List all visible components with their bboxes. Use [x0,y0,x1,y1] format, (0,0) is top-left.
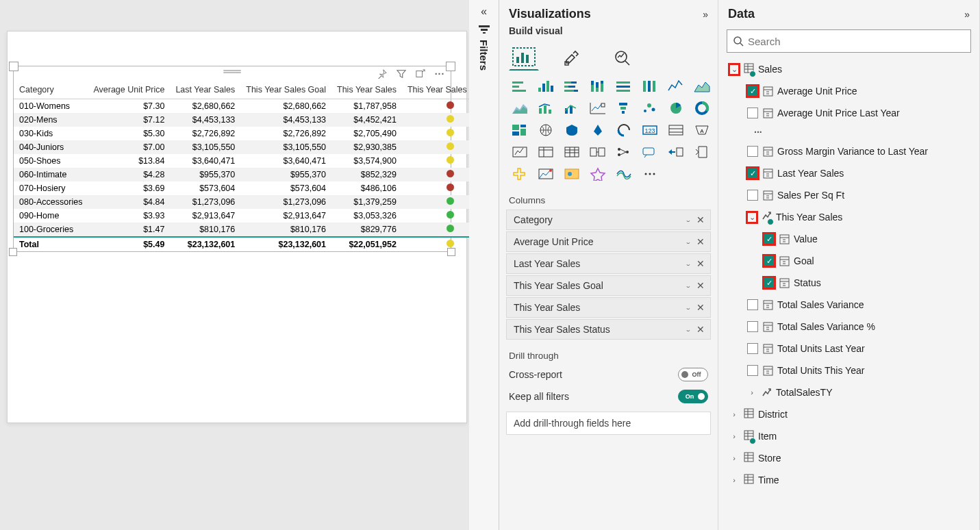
collapse-viz-icon[interactable]: » [703,9,708,20]
expand-caret[interactable]: › [729,454,739,462]
viz-type-icon[interactable] [535,77,557,95]
chevron-down-icon[interactable]: ⌄ [685,239,691,244]
more-options-icon[interactable]: ··· [434,68,445,79]
viz-type-icon[interactable] [613,77,635,95]
column-field[interactable]: Last Year Sales⌄✕ [506,253,711,274]
field-item[interactable]: Sales Per Sq Ft [725,184,972,206]
format-visual-tab[interactable] [558,43,588,71]
expand-caret[interactable]: ⌄ [747,212,757,223]
analytics-tab[interactable] [607,43,638,71]
column-header[interactable]: Average Unit Price [88,81,170,99]
column-field[interactable]: Category⌄✕ [506,210,711,230]
field-item[interactable]: Total Sales Variance % [725,316,972,338]
chevron-down-icon[interactable]: ⌄ [685,327,691,332]
viz-type-icon[interactable] [639,165,661,183]
collapse-data-icon[interactable]: » [964,9,970,20]
drag-handle[interactable] [223,69,241,75]
remove-field-icon[interactable]: ✕ [696,214,705,225]
expand-caret[interactable]: ⌄ [729,64,739,75]
column-field[interactable]: This Year Sales⌄✕ [506,297,711,318]
field-checkbox[interactable] [747,343,758,354]
table-row[interactable]: 010-Womens$7.30$2,680,662$2,680,662$1,78… [14,99,499,114]
field-checkbox[interactable] [747,86,758,97]
viz-type-icon[interactable] [587,99,609,117]
viz-type-icon[interactable] [587,143,609,161]
table-item[interactable]: ›Item [725,425,972,447]
viz-type-icon[interactable] [639,143,661,161]
viz-type-icon[interactable] [509,143,531,161]
viz-type-icon[interactable] [561,143,583,161]
field-checkbox[interactable] [764,277,775,288]
viz-type-icon[interactable] [561,77,583,95]
remove-field-icon[interactable]: ✕ [696,280,705,291]
field-item[interactable]: Last Year Sales [725,162,972,184]
viz-type-icon[interactable] [509,99,531,117]
more-fields[interactable]: ... [725,124,972,140]
field-item[interactable]: Total Units Last Year [725,338,972,359]
chevron-down-icon[interactable]: ⌄ [685,305,691,310]
filters-rail[interactable]: » Filters [469,0,499,530]
viz-type-icon[interactable] [665,77,687,95]
field-this-year-sales[interactable]: ⌄This Year Sales [725,206,972,228]
viz-type-icon[interactable] [535,121,557,139]
column-field[interactable]: This Year Sales Status⌄✕ [506,319,711,340]
remove-field-icon[interactable]: ✕ [696,302,705,313]
column-header[interactable]: This Year Sales [331,81,402,99]
report-page[interactable]: ··· CategoryAverage Unit PriceLast Year … [7,31,467,423]
field-item[interactable]: Value [725,228,972,250]
chevron-down-icon[interactable]: ⌄ [685,283,691,288]
remove-field-icon[interactable]: ✕ [696,258,705,269]
pin-icon[interactable] [377,68,388,79]
search-input[interactable] [748,36,965,47]
field-checkbox[interactable] [747,365,758,376]
viz-type-icon[interactable]: A [691,121,713,139]
expand-caret[interactable]: › [747,388,757,396]
field-checkbox[interactable] [764,255,775,266]
cross-report-toggle[interactable]: Off [678,368,708,381]
chevron-down-icon[interactable]: ⌄ [685,217,691,223]
field-item[interactable]: Total Sales Variance [725,294,972,316]
table-row[interactable]: 070-Hosiery$3.69$573,604$573,604$486,106 [14,181,499,195]
field-total-sales-ty[interactable]: ›TotalSalesTY [725,381,972,403]
table-district[interactable]: ›District [725,403,972,425]
table-row[interactable]: 080-Accessories$4.84$1,273,096$1,273,096… [14,195,499,209]
field-checkbox[interactable] [747,299,758,310]
viz-type-icon[interactable] [587,165,609,183]
search-field[interactable] [727,29,971,53]
chevron-down-icon[interactable]: ⌄ [685,261,691,266]
field-item[interactable]: Goal [725,250,972,272]
remove-field-icon[interactable]: ✕ [696,324,705,335]
column-header[interactable]: Category [14,81,88,99]
viz-type-icon[interactable] [587,77,609,95]
viz-type-icon[interactable] [665,99,687,117]
expand-filters-icon[interactable]: » [481,5,487,18]
column-field[interactable]: This Year Sales Goal⌄✕ [506,275,711,296]
viz-type-icon[interactable] [613,143,635,161]
table-row[interactable]: 050-Shoes$13.84$3,640,471$3,640,471$3,57… [14,154,499,168]
focus-mode-icon[interactable] [415,68,426,79]
table-row[interactable]: 040-Juniors$7.00$3,105,550$3,105,550$2,9… [14,140,499,154]
table-row[interactable]: 100-Groceries$1.47$810,176$810,176$829,7… [14,223,499,237]
table-time[interactable]: ›Time [725,469,972,491]
viz-type-icon[interactable] [587,121,609,139]
column-field[interactable]: Average Unit Price⌄✕ [506,231,711,252]
viz-type-icon[interactable] [535,165,557,183]
field-checkbox[interactable] [747,108,758,118]
viz-type-icon[interactable] [561,121,583,139]
table-sales[interactable]: ⌄Sales [725,58,972,80]
viz-type-icon[interactable] [691,77,713,95]
viz-type-icon[interactable] [613,99,635,117]
keep-filters-toggle[interactable]: On [678,390,708,403]
viz-type-icon[interactable] [639,77,661,95]
field-item[interactable]: Average Unit Price [725,80,972,102]
viz-type-icon[interactable] [665,143,687,161]
field-checkbox[interactable] [747,190,758,201]
expand-caret[interactable]: › [729,410,739,418]
field-checkbox[interactable] [747,321,758,332]
column-header[interactable]: Last Year Sales [170,81,240,99]
viz-type-icon[interactable] [535,99,557,117]
expand-caret[interactable]: › [729,432,739,440]
build-visual-tab[interactable] [509,43,539,71]
field-checkbox[interactable] [747,146,758,157]
table-store[interactable]: ›Store [725,447,972,469]
